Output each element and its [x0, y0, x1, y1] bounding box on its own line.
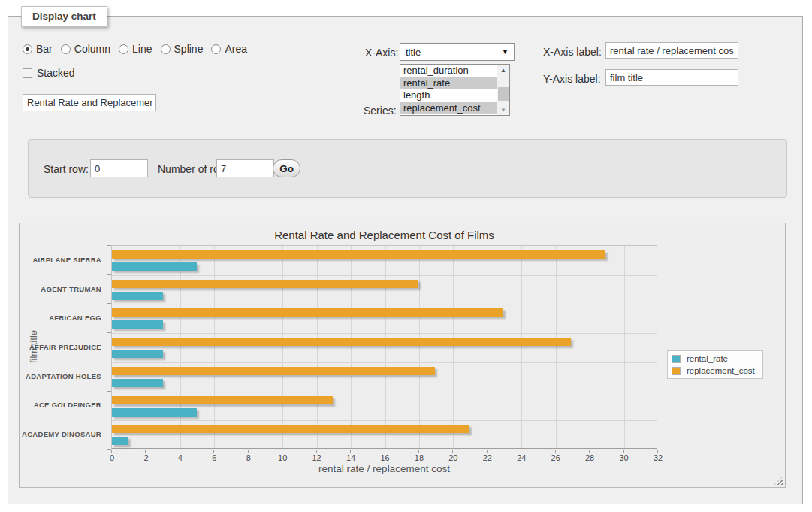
- radio-option-label: Area: [225, 43, 247, 55]
- y-axis-tick: [107, 420, 111, 420]
- chart-row: [112, 246, 657, 275]
- radio-icon[interactable]: [61, 44, 71, 54]
- chart-row: [112, 392, 657, 421]
- radio-option-label: Line: [132, 43, 152, 55]
- radio-option-label: Column: [74, 43, 110, 55]
- x-axis-tick-label: 28: [585, 453, 594, 462]
- chart-row: [112, 304, 657, 333]
- radio-option-area[interactable]: Area: [211, 43, 247, 55]
- y-axis-category-label: AIRPLANE SIERRA: [20, 245, 107, 274]
- y-axis-label-input[interactable]: [605, 69, 738, 86]
- x-axis-tick-label: 4: [178, 453, 183, 462]
- plot-area: [111, 245, 657, 449]
- stacked-option[interactable]: Stacked: [23, 67, 75, 79]
- series-scrollbar[interactable]: ▲ ▼: [497, 65, 509, 115]
- bar-rental-rate: [112, 292, 163, 300]
- y-axis-label-label: Y-Axis label:: [543, 73, 601, 85]
- series-listbox[interactable]: rental_durationrental_ratelengthreplacem…: [400, 64, 510, 116]
- x-axis-selected-value: title: [406, 47, 421, 58]
- bar-replacement-cost: [112, 367, 435, 375]
- y-axis-tick: [107, 274, 111, 275]
- x-axis-label-label: X-Axis label:: [543, 46, 602, 58]
- series-option-length[interactable]: length: [400, 89, 497, 102]
- x-axis-tick-label: 0: [110, 453, 114, 462]
- x-axis-tick-label: 16: [380, 453, 389, 462]
- bar-rental-rate: [112, 320, 163, 329]
- series-listbox-options: rental_durationrental_ratelengthreplacem…: [400, 65, 497, 114]
- legend-swatch-icon: [672, 367, 681, 375]
- series-option-replacement_cost[interactable]: replacement_cost: [400, 102, 497, 115]
- chart-row: [112, 420, 657, 450]
- legend-entry-rental_rate: rental_rate: [672, 354, 755, 363]
- chart-container: Rental Rate and Replacement Cost of Film…: [19, 223, 786, 488]
- y-axis-category-label: ACADEMY DINOSAUR: [20, 420, 107, 449]
- x-axis-tick-label: 2: [143, 453, 148, 462]
- y-axis-tick: [107, 245, 111, 246]
- bar-rental-rate: [112, 437, 128, 445]
- x-axis-select[interactable]: title ▼: [400, 43, 515, 61]
- radio-option-bar[interactable]: Bar: [23, 43, 53, 55]
- x-axis-title: rental rate / replacement cost: [111, 463, 657, 474]
- x-axis-label-input[interactable]: [605, 42, 738, 59]
- start-row-input[interactable]: [90, 159, 148, 177]
- chart-row: [112, 275, 657, 304]
- scrollbar-thumb[interactable]: [498, 87, 509, 101]
- bar-rental-rate: [112, 262, 197, 271]
- bar-replacement-cost: [112, 250, 605, 259]
- bar-replacement-cost: [112, 425, 469, 433]
- legend-label: rental_rate: [687, 354, 728, 363]
- radio-option-label: Spline: [174, 43, 204, 55]
- bar-rental-rate: [112, 350, 163, 358]
- bar-replacement-cost: [112, 308, 503, 317]
- y-axis-category-label: AFRICAN EGG: [20, 303, 107, 332]
- y-axis-category-label: ACE GOLDFINGER: [20, 391, 107, 420]
- radio-icon[interactable]: [23, 44, 32, 54]
- y-axis-category-label: ADAPTATION HOLES: [20, 362, 107, 391]
- y-axis-category-label: AFFAIR PREJUDICE: [20, 332, 107, 362]
- y-axis-category-label: AGENT TRUMAN: [20, 274, 107, 304]
- legend-swatch-icon: [672, 355, 681, 363]
- bar-rental-rate: [112, 379, 163, 387]
- number-of-rows-input[interactable]: [216, 159, 274, 177]
- series-option-rental_duration[interactable]: rental_duration: [400, 65, 497, 77]
- y-axis-tick: [107, 362, 111, 362]
- y-axis-tick: [107, 332, 111, 333]
- chart-row: [112, 333, 657, 362]
- resize-handle-icon[interactable]: [774, 477, 783, 485]
- radio-icon[interactable]: [119, 44, 128, 54]
- radio-option-spline[interactable]: Spline: [161, 43, 204, 55]
- series-option-rental_rate[interactable]: rental_rate: [400, 77, 497, 90]
- chart-legend: rental_ratereplacement_cost: [667, 350, 763, 379]
- radio-option-label: Bar: [36, 43, 53, 55]
- x-axis-tick-label: 20: [448, 453, 457, 462]
- x-axis-tick-label: 6: [212, 453, 216, 462]
- x-axis-tick-label: 22: [483, 453, 492, 462]
- x-axis-tick-label: 18: [415, 453, 424, 462]
- radio-icon[interactable]: [161, 44, 171, 54]
- x-axis-select-label: X-Axis:: [365, 47, 398, 59]
- panel-legend: Display chart: [21, 6, 107, 27]
- radio-icon[interactable]: [211, 44, 221, 54]
- start-row-label: Start row:: [44, 163, 89, 175]
- go-button[interactable]: Go: [273, 159, 300, 177]
- chart-type-radiogroup: BarColumnLineSplineArea: [23, 43, 255, 55]
- scrollbar-up-icon[interactable]: ▲: [497, 65, 509, 75]
- x-axis-tick-label: 32: [654, 453, 663, 462]
- bar-replacement-cost: [112, 396, 333, 404]
- legend-label: replacement_cost: [687, 366, 755, 375]
- legend-entry-replacement_cost: replacement_cost: [672, 366, 755, 375]
- chart-row: [112, 362, 657, 392]
- y-axis-tick: [107, 391, 111, 392]
- x-axis-tick-label: 10: [278, 453, 287, 462]
- bar-replacement-cost: [112, 338, 571, 346]
- bar-replacement-cost: [112, 280, 418, 288]
- stacked-label: Stacked: [37, 67, 75, 79]
- scrollbar-down-icon[interactable]: ▼: [497, 105, 509, 115]
- x-axis-tick-label: 30: [619, 453, 628, 462]
- dropdown-arrow-icon: ▼: [502, 48, 509, 56]
- chart-title-input[interactable]: [23, 94, 156, 111]
- checkbox-icon[interactable]: [23, 68, 32, 78]
- radio-option-column[interactable]: Column: [61, 43, 110, 55]
- radio-option-line[interactable]: Line: [119, 43, 152, 55]
- x-axis-tick-label: 12: [312, 453, 321, 462]
